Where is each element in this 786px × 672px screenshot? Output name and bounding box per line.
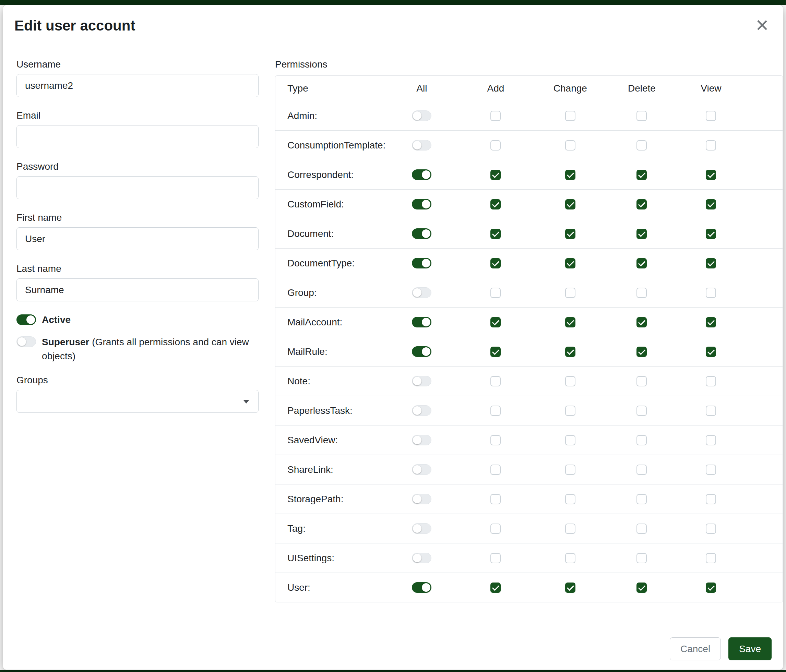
permission-view-checkbox[interactable] bbox=[706, 376, 716, 386]
permission-add-checkbox[interactable] bbox=[490, 583, 501, 593]
permission-add-checkbox[interactable] bbox=[490, 258, 501, 268]
permission-view-checkbox[interactable] bbox=[706, 553, 716, 563]
permission-all-toggle[interactable] bbox=[412, 523, 431, 534]
permission-delete-checkbox[interactable] bbox=[637, 170, 647, 180]
permission-all-toggle[interactable] bbox=[412, 376, 431, 386]
permission-view-checkbox[interactable] bbox=[706, 288, 716, 298]
permission-all-toggle[interactable] bbox=[412, 405, 431, 416]
permission-delete-checkbox[interactable] bbox=[637, 465, 647, 475]
permission-change-checkbox[interactable] bbox=[565, 170, 575, 180]
permission-add-checkbox[interactable] bbox=[490, 347, 501, 357]
permission-all-toggle[interactable] bbox=[412, 346, 431, 357]
permission-change-checkbox[interactable] bbox=[565, 583, 575, 593]
permission-change-checkbox[interactable] bbox=[565, 465, 575, 475]
permission-view-checkbox[interactable] bbox=[706, 170, 716, 180]
permission-view-checkbox[interactable] bbox=[706, 494, 716, 504]
permission-change-checkbox[interactable] bbox=[565, 435, 575, 445]
permission-view-checkbox[interactable] bbox=[706, 406, 716, 416]
permission-change-checkbox[interactable] bbox=[565, 524, 575, 534]
permission-add-checkbox[interactable] bbox=[490, 435, 501, 445]
permission-view-checkbox[interactable] bbox=[706, 583, 716, 593]
permission-add-checkbox[interactable] bbox=[490, 111, 501, 121]
username-input[interactable] bbox=[16, 74, 259, 97]
close-icon[interactable]: × bbox=[754, 14, 770, 36]
groups-select[interactable] bbox=[16, 390, 259, 413]
permission-delete-checkbox[interactable] bbox=[637, 229, 647, 239]
permission-all-toggle[interactable] bbox=[412, 140, 431, 151]
save-button[interactable]: Save bbox=[728, 637, 772, 660]
permission-add-checkbox[interactable] bbox=[490, 465, 501, 475]
permission-change-checkbox[interactable] bbox=[565, 140, 575, 151]
last-name-input[interactable] bbox=[16, 278, 259, 301]
email-input[interactable] bbox=[16, 125, 259, 148]
permission-view-checkbox[interactable] bbox=[706, 111, 716, 121]
permission-change-checkbox[interactable] bbox=[565, 317, 575, 327]
permission-delete-checkbox[interactable] bbox=[637, 435, 647, 445]
permission-change-checkbox[interactable] bbox=[565, 229, 575, 239]
active-label: Active bbox=[42, 313, 71, 327]
permission-delete-checkbox[interactable] bbox=[637, 524, 647, 534]
permission-type-label: StoragePath: bbox=[288, 494, 385, 505]
permission-type-label: Admin: bbox=[288, 110, 385, 121]
permission-all-toggle[interactable] bbox=[412, 110, 431, 121]
permission-change-checkbox[interactable] bbox=[565, 347, 575, 357]
permission-all-toggle[interactable] bbox=[412, 317, 431, 327]
permission-view-checkbox[interactable] bbox=[706, 229, 716, 239]
permission-delete-checkbox[interactable] bbox=[637, 288, 647, 298]
permission-view-checkbox[interactable] bbox=[706, 435, 716, 445]
permission-delete-checkbox[interactable] bbox=[637, 494, 647, 504]
permission-add-checkbox[interactable] bbox=[490, 229, 501, 239]
permission-change-checkbox[interactable] bbox=[565, 258, 575, 268]
permission-change-checkbox[interactable] bbox=[565, 111, 575, 121]
permission-all-toggle[interactable] bbox=[412, 435, 431, 445]
permission-delete-checkbox[interactable] bbox=[637, 199, 647, 209]
permission-delete-checkbox[interactable] bbox=[637, 347, 647, 357]
permission-all-toggle[interactable] bbox=[412, 199, 431, 209]
permission-add-checkbox[interactable] bbox=[490, 376, 501, 386]
permission-change-checkbox[interactable] bbox=[565, 199, 575, 209]
permission-view-checkbox[interactable] bbox=[706, 465, 716, 475]
permission-delete-checkbox[interactable] bbox=[637, 376, 647, 386]
permission-change-checkbox[interactable] bbox=[565, 376, 575, 386]
permission-add-checkbox[interactable] bbox=[490, 524, 501, 534]
permission-view-checkbox[interactable] bbox=[706, 258, 716, 268]
permission-all-toggle[interactable] bbox=[412, 228, 431, 239]
permission-view-checkbox[interactable] bbox=[706, 140, 716, 151]
permission-view-checkbox[interactable] bbox=[706, 347, 716, 357]
permission-delete-checkbox[interactable] bbox=[637, 317, 647, 327]
permission-add-checkbox[interactable] bbox=[490, 199, 501, 209]
superuser-toggle[interactable] bbox=[16, 336, 36, 347]
permission-add-checkbox[interactable] bbox=[490, 494, 501, 504]
cancel-button[interactable]: Cancel bbox=[670, 637, 721, 660]
permission-delete-checkbox[interactable] bbox=[637, 140, 647, 151]
permission-add-checkbox[interactable] bbox=[490, 553, 501, 563]
permission-add-checkbox[interactable] bbox=[490, 140, 501, 151]
permission-add-checkbox[interactable] bbox=[490, 170, 501, 180]
permission-all-toggle[interactable] bbox=[412, 464, 431, 475]
groups-label: Groups bbox=[16, 374, 259, 387]
permission-delete-checkbox[interactable] bbox=[637, 258, 647, 268]
permission-view-checkbox[interactable] bbox=[706, 524, 716, 534]
permission-delete-checkbox[interactable] bbox=[637, 553, 647, 563]
permission-all-toggle[interactable] bbox=[412, 582, 431, 593]
permission-change-checkbox[interactable] bbox=[565, 288, 575, 298]
password-input[interactable] bbox=[16, 176, 259, 199]
permission-change-checkbox[interactable] bbox=[565, 406, 575, 416]
permission-add-checkbox[interactable] bbox=[490, 288, 501, 298]
permission-delete-checkbox[interactable] bbox=[637, 406, 647, 416]
permission-delete-checkbox[interactable] bbox=[637, 111, 647, 121]
permission-all-toggle[interactable] bbox=[412, 258, 431, 268]
permission-all-toggle[interactable] bbox=[412, 170, 431, 180]
permission-change-checkbox[interactable] bbox=[565, 494, 575, 504]
permission-view-checkbox[interactable] bbox=[706, 317, 716, 327]
permission-all-toggle[interactable] bbox=[412, 494, 431, 504]
permission-add-checkbox[interactable] bbox=[490, 317, 501, 327]
permission-view-checkbox[interactable] bbox=[706, 199, 716, 209]
permission-add-checkbox[interactable] bbox=[490, 406, 501, 416]
first-name-input[interactable] bbox=[16, 227, 259, 250]
permission-change-checkbox[interactable] bbox=[565, 553, 575, 563]
active-toggle[interactable] bbox=[16, 314, 36, 325]
permission-delete-checkbox[interactable] bbox=[637, 583, 647, 593]
permission-all-toggle[interactable] bbox=[412, 553, 431, 563]
permission-all-toggle[interactable] bbox=[412, 287, 431, 298]
